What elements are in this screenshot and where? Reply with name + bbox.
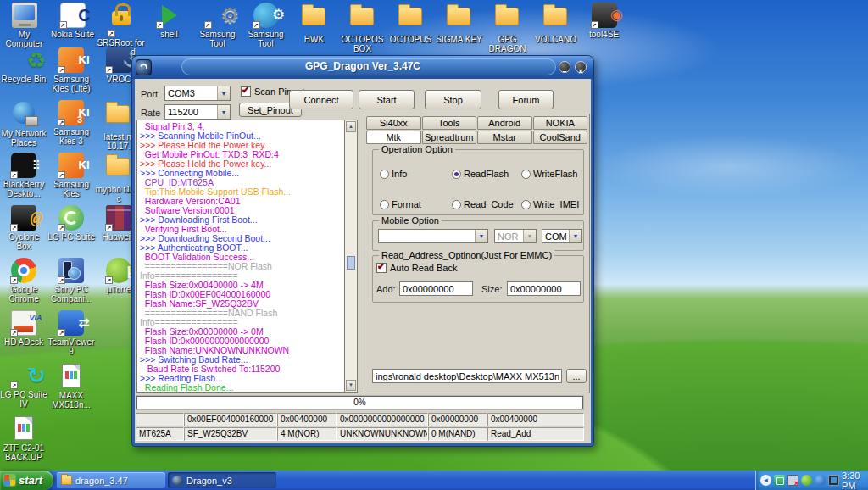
desktop-icon[interactable]: My Network Places (0, 100, 47, 153)
desktop-icon[interactable]: OCTOPUS (387, 3, 435, 57)
task-label: Dragon_v3 (186, 476, 232, 486)
browse-button[interactable]: ... (566, 369, 587, 383)
desktop-icon[interactable]: Sony PC Compani... (47, 258, 95, 310)
tab[interactable]: NOKIA (533, 116, 588, 130)
desktop-icon-art (11, 205, 36, 231)
desktop-icon[interactable]: Samsung Tool (242, 3, 290, 57)
desktop-icon-label: GPG DRAGON (483, 35, 531, 53)
desktop-icon-label: OCTOPUS (387, 35, 435, 44)
rate-combobox[interactable]: 115200 (164, 104, 231, 120)
desktop-icon[interactable]: Cyclone Box (0, 205, 47, 258)
file-path-input[interactable] (372, 369, 562, 383)
start-button-taskbar[interactable]: start (0, 471, 53, 490)
desktop-icon[interactable]: TeamViewer 9 (47, 310, 95, 363)
window-body: Port COM3 Rate 115200 Scan Pinout Set_Pi… (135, 79, 591, 443)
flash-type-combobox[interactable]: NOR (494, 229, 537, 243)
desktop-icon[interactable]: LG PC Suite (47, 205, 95, 258)
taskbar: start dragon_3.47 Dragon_v3 3:30 PM (0, 471, 868, 490)
tray-display-icon[interactable] (828, 475, 839, 486)
desktop-icon[interactable]: Samsung Kies 3 (47, 100, 95, 153)
combo-arrow-icon[interactable] (523, 230, 536, 242)
desktop-icon-label: My Computer (0, 30, 48, 48)
tray-safely-remove-icon[interactable] (801, 475, 812, 486)
desktop-icon-label: tool4SE (580, 30, 628, 39)
tab[interactable]: Mstar (477, 131, 532, 144)
tray-hide-chevron-icon[interactable] (760, 475, 771, 486)
desktop-icon[interactable]: Samsung Kies (Lite) (47, 47, 95, 100)
desktop-icon-glyph (302, 8, 326, 25)
desktop-icon-art (350, 8, 376, 33)
port-combobox[interactable]: COM3 (164, 86, 231, 101)
tab[interactable]: Mtk (366, 131, 421, 144)
combo-arrow-icon[interactable] (217, 105, 230, 119)
desktop-icon-label: Samsung Tool (242, 30, 290, 48)
combo-arrow-icon[interactable] (475, 230, 487, 242)
scroll-up-icon[interactable] (346, 121, 356, 132)
desktop-icon[interactable]: VOLCANO (531, 3, 580, 57)
stop-button[interactable]: Stop (425, 90, 481, 109)
tab[interactable]: Spreadtrum (422, 131, 477, 144)
taskbar-task[interactable]: dragon_3.47 (57, 472, 165, 488)
scrollbar-thumb[interactable] (347, 256, 355, 270)
desktop-icon[interactable]: LG PC Suite IV (0, 363, 47, 415)
desktop-icon[interactable]: Google Chrome (0, 258, 47, 310)
desktop-icon[interactable]: ZTF C2-01 BACK.UP (0, 415, 47, 468)
combo-arrow-icon[interactable] (569, 230, 581, 242)
desktop-icon[interactable]: GPG DRAGON (483, 3, 531, 57)
log-output[interactable]: Signal Pin:3, 4, >>> Scanning Mobile Pin… (136, 120, 344, 393)
desktop-icon[interactable]: Samsung Tool (193, 3, 242, 57)
radio-option[interactable]: ReadFlash (452, 159, 521, 189)
desktop-icon-art (58, 258, 84, 283)
forum-button[interactable]: Forum (498, 90, 554, 109)
desktop-icon[interactable]: shell (145, 3, 193, 57)
desktop-icon[interactable]: MAXX MX513n... (47, 363, 95, 415)
connection-combobox[interactable]: COM (542, 229, 582, 243)
auto-read-back-checkbox[interactable]: Auto Read Back (376, 263, 458, 273)
desktop-icon-label: OCTOPOS BOX (338, 35, 387, 53)
tab[interactable]: CoolSand (533, 131, 588, 144)
desktop-icon-art (302, 8, 327, 33)
mobile-model-combobox[interactable] (378, 229, 488, 243)
desktop-icon[interactable]: HD ADeck (0, 310, 47, 363)
desktop-icon[interactable]: BlackBerry Deskto... (0, 153, 47, 205)
desktop-icon[interactable]: SIGMA KEY (435, 3, 483, 57)
shortcut-arrow-icon (58, 224, 65, 231)
add-input[interactable] (399, 281, 473, 296)
log-scrollbar[interactable] (344, 120, 358, 393)
radio-icon (380, 200, 389, 209)
radio-icon (452, 170, 461, 179)
desktop-icon-art (543, 8, 569, 33)
combo-arrow-icon[interactable] (217, 86, 230, 100)
window-titlebar[interactable]: GPG_Dragon Ver_3.47C (132, 56, 593, 79)
radio-option[interactable]: Info (380, 159, 452, 189)
radio-option[interactable]: WriteFlash (521, 159, 589, 189)
desktop-icon-glyph (495, 8, 519, 25)
radio-option[interactable]: Write_IMEI (521, 189, 589, 220)
desktop-icon-label: BlackBerry Deskto... (0, 180, 47, 198)
radio-option[interactable]: Read_Code (452, 189, 521, 220)
tray-usb-icon[interactable] (774, 475, 785, 486)
tab[interactable]: Si40xx (366, 116, 421, 130)
desktop-icon-label: Nokia Suite (48, 30, 97, 39)
tab[interactable]: Tools (422, 116, 477, 130)
desktop-icon[interactable]: HWK (290, 3, 338, 57)
tray-nokia-icon[interactable] (815, 475, 826, 486)
desktop-left-icons: Recycle Bin Samsung Kies (Lite) VROC My … (0, 47, 144, 468)
taskbar-task[interactable]: Dragon_v3 (168, 472, 276, 488)
desktop-icon-label: LG PC Suite IV (0, 390, 47, 409)
desktop-icon[interactable]: OCTOPOS BOX (338, 3, 387, 57)
tab[interactable]: Android (477, 116, 532, 130)
desktop-icon[interactable]: tool4SE (580, 3, 628, 57)
size-input[interactable] (507, 281, 581, 296)
desktop-icon[interactable]: Samsung Kies (47, 153, 95, 205)
connect-button[interactable]: Connect (289, 90, 353, 109)
desktop-icon-glyph (14, 416, 33, 440)
start-button[interactable]: Start (359, 90, 415, 109)
desktop-icon[interactable]: Recycle Bin (0, 47, 47, 100)
minimize-button[interactable] (559, 61, 570, 73)
tray-network-error-icon[interactable] (787, 475, 798, 486)
close-button[interactable] (575, 61, 587, 73)
desktop-icon-label: VOLCANO (531, 35, 580, 44)
scroll-down-icon[interactable] (346, 380, 356, 391)
desktop-icon-art (106, 47, 131, 73)
